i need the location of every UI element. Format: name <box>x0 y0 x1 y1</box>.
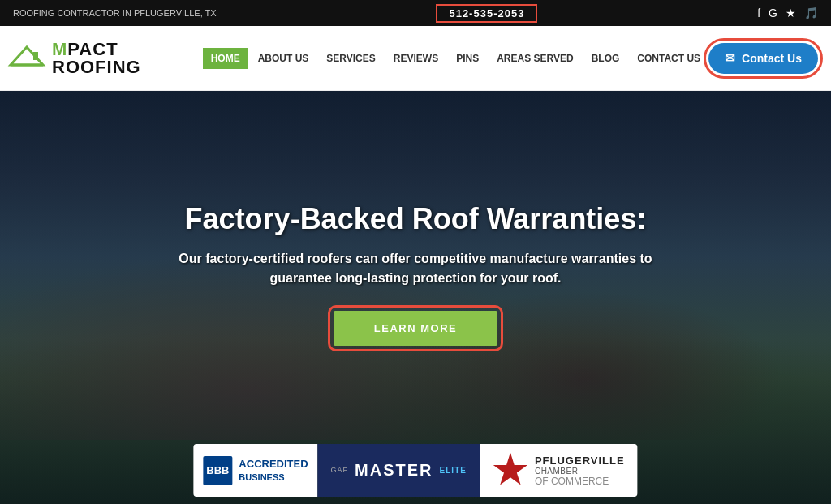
nav-blog[interactable]: BLOG <box>583 48 628 69</box>
nav-contact[interactable]: CONTACT US <box>629 48 708 69</box>
hero-section: Factory-Backed Roof Warranties: Our fact… <box>0 91 831 504</box>
nav-areas[interactable]: AREAS SERVED <box>489 48 581 69</box>
hero-title: Factory-Backed Roof Warranties: <box>148 201 683 236</box>
nav-services[interactable]: SERVICES <box>318 48 383 69</box>
logo[interactable]: MPACT ROOFING <box>6 41 203 76</box>
learn-more-button[interactable]: LEARN MORE <box>334 311 497 346</box>
chamber-badge: PFLUGERVILLE CHAMBER OF COMMERCE <box>480 444 638 497</box>
nav-about[interactable]: ABOUT US <box>250 48 317 69</box>
header: MPACT ROOFING HOME ABOUT US SERVICES REV… <box>0 26 831 91</box>
gaf-subtitle: ELITE <box>440 466 467 475</box>
gaf-badge: GAF MASTER ELITE <box>318 444 480 497</box>
hero-content: Factory-Backed Roof Warranties: Our fact… <box>131 201 700 346</box>
chamber-text: PFLUGERVILLE CHAMBER OF COMMERCE <box>535 454 625 487</box>
google-icon[interactable]: G <box>769 6 777 19</box>
chamber-line3: OF COMMERCE <box>535 476 625 487</box>
social-icons: f G ★ 🎵 <box>757 6 818 19</box>
envelope-icon: ✉ <box>725 51 735 66</box>
chamber-star-icon <box>493 453 528 489</box>
bbb-text: ACCREDITED BUSINESS <box>239 458 308 483</box>
gaf-title: MASTER <box>355 461 433 480</box>
nav-reviews[interactable]: REVIEWS <box>385 48 446 69</box>
facebook-icon[interactable]: f <box>757 6 760 19</box>
svg-rect-2 <box>33 52 38 60</box>
social-icon-4[interactable]: 🎵 <box>804 6 818 19</box>
bbb-accredited: ACCREDITED <box>239 458 308 472</box>
nav-home[interactable]: HOME <box>203 48 248 69</box>
gaf-eyebrow: GAF <box>331 466 349 474</box>
hero-subtitle: Our factory-certified roofers can offer … <box>148 249 683 288</box>
nav-pins[interactable]: PINS <box>448 48 487 69</box>
top-bar: ROOFING CONTRACTOR IN PFLUGERVILLE, TX 5… <box>0 0 831 26</box>
contact-us-button[interactable]: ✉ Contact Us <box>708 43 818 74</box>
bbb-badge: BBB ACCREDITED BUSINESS <box>193 444 317 497</box>
badges-bar: BBB ACCREDITED BUSINESS GAF MASTER ELITE… <box>193 444 637 497</box>
phone-number[interactable]: 512-535-2053 <box>436 4 537 23</box>
location-text: ROOFING CONTRACTOR IN PFLUGERVILLE, TX <box>13 8 217 18</box>
contact-btn-label: Contact Us <box>742 52 802 65</box>
logo-text: MPACT ROOFING <box>52 41 203 76</box>
main-nav: HOME ABOUT US SERVICES REVIEWS PINS AREA… <box>203 48 708 69</box>
yelp-icon[interactable]: ★ <box>786 6 796 19</box>
chamber-city: PFLUGERVILLE <box>535 454 625 467</box>
bbb-icon: BBB <box>203 456 232 485</box>
logo-icon <box>6 42 47 75</box>
chamber-line2: CHAMBER <box>535 467 625 476</box>
learn-more-wrapper: LEARN MORE <box>334 311 497 346</box>
bbb-business: BUSINESS <box>239 472 308 483</box>
